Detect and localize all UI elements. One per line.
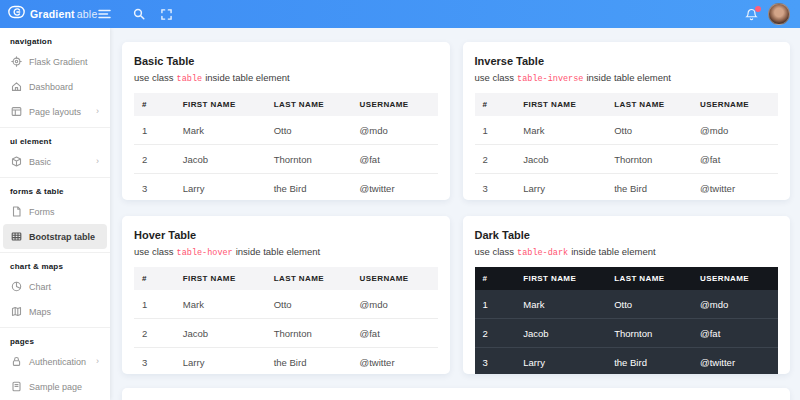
card-dark-table: Dark Table use classtable-darkinside tab… (463, 216, 791, 374)
table-cell: @twitter (692, 174, 778, 201)
table-cell: Larry (175, 348, 266, 375)
hamburger-icon (98, 9, 111, 19)
table-cell: @mdo (352, 116, 438, 145)
sidebar-item-flask-gradient[interactable]: Flask Gradient (3, 49, 107, 74)
table-cell: 3 (134, 348, 175, 375)
column-header: USERNAME (692, 93, 778, 116)
table-cell: 3 (475, 348, 516, 375)
table-body: 1MarkOtto@mdo2JacobThornton@fat3Larrythe… (134, 290, 438, 374)
map-icon (11, 306, 22, 317)
brand[interactable]: Gradientable (0, 5, 94, 23)
search-icon (133, 8, 145, 20)
column-header: LAST NAME (606, 267, 692, 290)
menu-toggle-button[interactable] (98, 9, 111, 19)
table-row: 1MarkOtto@mdo (475, 290, 779, 319)
table-cell: @fat (692, 319, 778, 348)
column-header: USERNAME (352, 93, 438, 116)
table-body: 1MarkOtto@mdo2JacobThornton@fat3Larrythe… (475, 116, 779, 200)
column-header: FIRST NAME (515, 267, 606, 290)
table-row: 3Larrythe Bird@twitter (475, 174, 779, 201)
table-row: 2JacobThornton@fat (475, 319, 779, 348)
lock-icon (11, 356, 22, 367)
table-cell: Thornton (266, 145, 352, 174)
table-cell: Otto (606, 116, 692, 145)
table-cell: @mdo (692, 116, 778, 145)
table-cell: Larry (515, 174, 606, 201)
sidebar-item-chart[interactable]: Chart (3, 274, 107, 299)
table-cell: 2 (134, 319, 175, 348)
table-cell: @fat (692, 145, 778, 174)
table-row: 3Larrythe Bird@twitter (475, 348, 779, 375)
table-cell: Thornton (266, 319, 352, 348)
table-cell: Mark (175, 116, 266, 145)
sidebar-section-chart-maps: chart & maps Chart Maps (0, 252, 110, 327)
column-header: USERNAME (692, 267, 778, 290)
card-title: Inverse Table (475, 55, 779, 67)
card-basic-table: Basic Table use classtableinside table e… (122, 42, 450, 200)
card-description: use classtable-inverseinside table eleme… (475, 72, 779, 84)
table-cell: the Bird (606, 174, 692, 201)
card-hover-table: Hover Table use classtable-hoverinside t… (122, 216, 450, 374)
table-cell: 3 (134, 174, 175, 201)
page-icon (11, 381, 22, 392)
sidebar-item-dashboard[interactable]: Dashboard (3, 74, 107, 99)
sidebar-item-label: Authentication (29, 357, 86, 367)
table-row: 2JacobThornton@fat (134, 145, 438, 174)
sidebar-item-label: Bootstrap table (29, 232, 95, 242)
file-icon (11, 206, 22, 217)
fullscreen-button[interactable] (161, 9, 172, 20)
sidebar-item-label: Basic (29, 157, 51, 167)
sidebar-item-authentication[interactable]: Authentication › (3, 349, 107, 374)
table-cell: 2 (475, 145, 516, 174)
table-cell: Larry (175, 174, 266, 201)
table-cell: Mark (515, 290, 606, 319)
sidebar-item-bootstrap-table[interactable]: Bootstrap table (3, 224, 107, 249)
table-cell: @fat (352, 145, 438, 174)
user-avatar[interactable] (768, 3, 790, 25)
table-cell: @twitter (692, 348, 778, 375)
table-body: 1MarkOtto@mdo2JacobThornton@fat3Larrythe… (475, 290, 779, 374)
table-cell: 1 (134, 116, 175, 145)
section-label: forms & table (0, 178, 110, 199)
table-cell: @twitter (352, 174, 438, 201)
sidebar-item-maps[interactable]: Maps (3, 299, 107, 324)
section-label: pages (0, 328, 110, 349)
sidebar-item-label: Flask Gradient (29, 57, 88, 67)
card-partial-bottom (122, 388, 790, 400)
table-cell: 1 (475, 290, 516, 319)
table-head: # FIRST NAME LAST NAME USERNAME (134, 267, 438, 290)
table-cell: 1 (134, 290, 175, 319)
dark-table: # FIRST NAME LAST NAME USERNAME 1MarkOtt… (475, 267, 779, 374)
sidebar-section-pages: pages Authentication › Sample page (0, 327, 110, 400)
sidebar-item-basic[interactable]: Basic › (3, 149, 107, 174)
table-cell: @twitter (352, 348, 438, 375)
notifications-button[interactable] (745, 8, 758, 21)
card-title: Hover Table (134, 229, 438, 241)
search-button[interactable] (133, 8, 145, 20)
table-icon (11, 231, 22, 242)
top-header: Gradientable (0, 0, 800, 28)
table-row: 3Larrythe Bird@twitter (134, 174, 438, 201)
table-cell: @mdo (352, 290, 438, 319)
table-head: # FIRST NAME LAST NAME USERNAME (134, 93, 438, 116)
sidebar-item-label: Sample page (29, 382, 82, 392)
table-cell: Otto (606, 290, 692, 319)
sidebar-item-label: Dashboard (29, 82, 73, 92)
sidebar-section-forms-table: forms & table Forms Bootstrap table (0, 177, 110, 252)
column-header: # (134, 267, 175, 290)
sidebar-item-forms[interactable]: Forms (3, 199, 107, 224)
sidebar-item-page-layouts[interactable]: Page layouts › (3, 99, 107, 124)
sidebar: navigation Flask Gradient Dashboard (0, 28, 110, 400)
table-cell: 1 (475, 116, 516, 145)
section-label: chart & maps (0, 253, 110, 274)
home-icon (11, 81, 22, 92)
column-header: FIRST NAME (515, 93, 606, 116)
table-cell: Mark (515, 116, 606, 145)
header-actions (745, 3, 800, 25)
column-header: # (134, 93, 175, 116)
sidebar-item-label: Maps (29, 307, 51, 317)
table-cell: Jacob (515, 145, 606, 174)
sidebar-item-label: Forms (29, 207, 55, 217)
sidebar-item-sample-page[interactable]: Sample page (3, 374, 107, 399)
sidebar-item-label: Chart (29, 282, 51, 292)
